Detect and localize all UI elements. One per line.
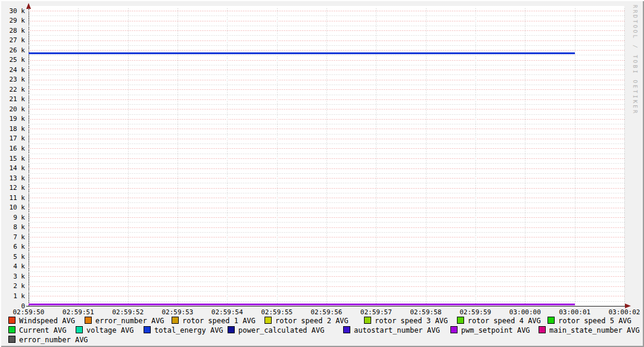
legend-color-swatch (547, 317, 555, 324)
grid-line-minor-h (29, 95, 626, 95)
grid-line-major-h (29, 11, 626, 11)
watermark: RRDTOOL / TOBI OETIKER (632, 5, 638, 115)
legend-label: rotor speed 4 AVG (468, 317, 541, 325)
grid-line-minor-h (29, 104, 626, 105)
grid-line-minor-h (29, 124, 626, 124)
y-tick-label: 28 k (0, 27, 25, 35)
y-tick-label: 12 k (0, 184, 25, 192)
legend-item-voltage-avg: voltage AVG (76, 326, 133, 334)
x-tick-label: 02:59:50 (4, 308, 54, 316)
grid-line-major-h (29, 217, 626, 218)
grid-line-major-h (29, 296, 626, 296)
y-tick-label: 23 k (0, 76, 25, 83)
legend-item-error-number-avg: error_number AVG (85, 317, 164, 324)
y-tick-label: 26 k (0, 46, 25, 54)
grid-line-minor-h (29, 193, 626, 193)
y-tick-label: 14 k (0, 164, 25, 172)
grid-line-major-h (29, 119, 626, 120)
legend-item-rotor-speed-4-avg: rotor speed 4 AVG (457, 317, 541, 324)
y-tick-label: 4 k (0, 262, 25, 270)
y-tick-label: 13 k (0, 174, 25, 182)
grid-line-minor-h (29, 222, 626, 223)
grid-line-major-h (29, 89, 626, 90)
y-tick-label: 27 k (0, 36, 25, 44)
x-tick-label: 02:59:59 (450, 308, 500, 316)
y-tick-label: 22 k (0, 86, 25, 93)
grid-line-major-h (29, 99, 626, 100)
y-tick-label: 16 k (0, 145, 25, 152)
grid-line-major-h (29, 40, 626, 41)
y-tick-label: 24 k (0, 66, 25, 74)
legend-item-rotor-speed-5-avg: rotor speed 5 AVG (547, 317, 631, 324)
x-tick-label: 02:59:52 (103, 308, 153, 316)
grid-line-minor-h (29, 85, 626, 85)
legend-item-power-calculated-avg: power_calculated AVG (228, 326, 325, 334)
grid-line-major-h (29, 80, 626, 80)
grid-line-minor-h (29, 134, 626, 135)
grid-line-minor-h (29, 232, 626, 233)
y-tick-label: 7 k (0, 233, 25, 241)
legend-label: voltage AVG (86, 326, 133, 335)
grid-line-minor-h (29, 252, 626, 252)
y-tick-label: 8 k (0, 223, 25, 231)
x-tick-label: 02:59:57 (351, 308, 401, 316)
legend-color-swatch (144, 326, 151, 333)
legend-color-swatch (457, 317, 464, 324)
legend-label: error_number AVG (95, 317, 164, 325)
grid-line-major-h (29, 168, 626, 169)
y-tick-label: 29 k (0, 17, 25, 24)
grid-line-minor-h (29, 212, 626, 213)
grid-line-major-h (29, 237, 626, 237)
series-line-pwm-setpoint-avg (29, 304, 575, 305)
legend-label: rotor speed 3 AVG (375, 317, 448, 325)
legend-item-current-avg: Current AVG (8, 326, 66, 334)
y-tick-label: 9 k (0, 214, 25, 221)
grid-line-minor-h (29, 114, 626, 115)
grid-line-minor-h (29, 45, 626, 46)
legend-color-swatch (265, 317, 272, 324)
grid-line-major-h (29, 188, 626, 189)
y-tick-label: 10 k (0, 204, 25, 211)
legend-label: error_number AVG (19, 336, 88, 344)
grid-line-major-h (29, 227, 626, 228)
grid-line-minor-h (29, 291, 626, 292)
grid-line-major-h (29, 148, 626, 149)
legend-item-rotor-speed-1-avg: rotor speed 1 AVG (172, 317, 256, 324)
y-tick-label: 18 k (0, 125, 25, 133)
legend-item-error-number-avg: error_number AVG (8, 336, 88, 343)
grid-line-v (624, 8, 625, 306)
x-tick-label: 03:00:00 (500, 308, 550, 316)
grid-line-minor-h (29, 242, 626, 243)
grid-line-major-h (29, 257, 626, 257)
grid-line-major-h (29, 60, 626, 61)
y-tick-label: 20 k (0, 105, 25, 113)
y-tick-label: 17 k (0, 135, 25, 142)
legend-label: main_state_number AVG (549, 326, 640, 335)
grid-line-minor-h (29, 15, 626, 16)
grid-line-major-h (29, 129, 626, 129)
x-tick-label: 03:00:01 (550, 308, 600, 316)
grid-line-major-h (29, 267, 626, 267)
legend-color-swatch (172, 317, 179, 324)
grid-line-major-h (29, 158, 626, 159)
legend-label: rotor speed 1 AVG (182, 317, 256, 325)
grid-line-minor-h (29, 301, 626, 302)
x-tick-label: 02:59:58 (401, 308, 451, 316)
grid-line-major-h (29, 178, 626, 179)
grid-line-minor-h (29, 271, 626, 272)
y-tick-label: 3 k (0, 273, 25, 280)
grid-line-minor-h (29, 55, 626, 55)
grid-line-minor-h (29, 35, 626, 36)
grid-line-major-h (29, 30, 626, 31)
legend-label: Current AVG (19, 326, 66, 335)
rrdtool-graph: RRDTOOL / TOBI OETIKER 01 k2 k3 k4 k5 k6… (0, 0, 644, 347)
grid-line-major-h (29, 286, 626, 287)
x-tick-label: 02:59:55 (252, 308, 302, 316)
grid-line-minor-h (29, 154, 626, 154)
legend-color-swatch (539, 326, 546, 333)
legend-label: pwm_setpoint AVG (461, 326, 530, 335)
grid-line-major-h (29, 198, 626, 198)
legend-item-main-state-number-avg: main_state_number AVG (539, 326, 640, 334)
grid-line-major-h (29, 21, 626, 21)
series-line-total-energy-avg (29, 52, 575, 54)
